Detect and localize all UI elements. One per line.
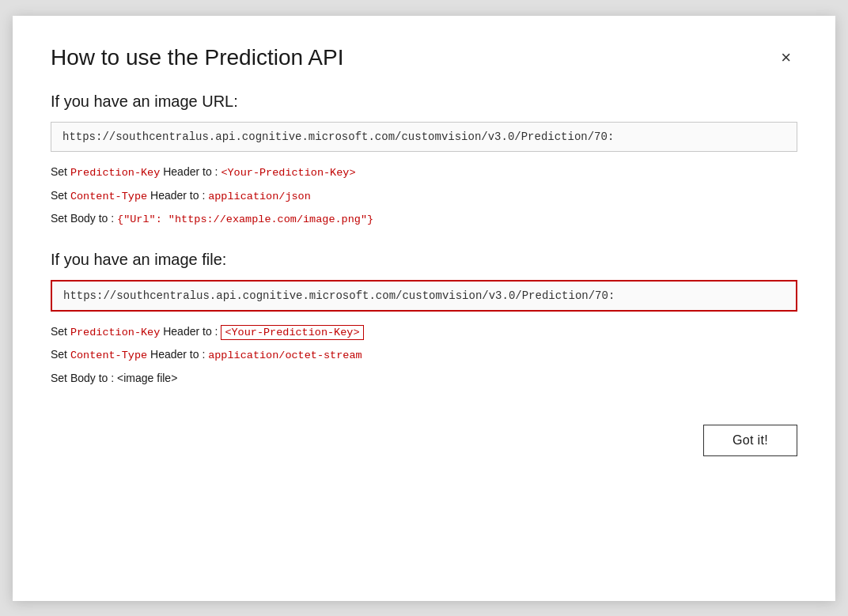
url-line3-value: {"Url": "https://example.com/image.png"} [117, 214, 373, 225]
file-line1-prefix: Set [51, 325, 70, 338]
url-line2-prefix: Set [51, 189, 70, 202]
url-line2-middle: Header to : [147, 189, 208, 202]
file-instruction-2: Set Content-Type Header to : application… [51, 346, 797, 365]
section-file: If you have an image file: https://south… [51, 251, 797, 387]
url-box-file: https://southcentralus.api.cognitive.mic… [51, 280, 797, 312]
file-line2-prefix: Set [51, 348, 70, 361]
url-line1-middle: Header to : [160, 165, 221, 178]
file-line3-prefix: Set Body to : <image file> [51, 372, 177, 384]
file-instruction-3: Set Body to : <image file> [51, 369, 797, 387]
file-line1-keyword: Prediction-Key [70, 327, 160, 338]
url-instruction-1: Set Prediction-Key Header to : <Your-Pre… [51, 163, 797, 182]
file-line2-value: application/octet-stream [208, 350, 362, 361]
url-line1-keyword: Prediction-Key [70, 167, 160, 179]
section-file-title: If you have an image file: [51, 251, 797, 269]
url-box-url: https://southcentralus.api.cognitive.mic… [51, 122, 797, 152]
prediction-api-dialog: How to use the Prediction API × If you h… [13, 16, 835, 601]
url-instruction-3: Set Body to : {"Url": "https://example.c… [51, 210, 797, 229]
url-line3-prefix: Set Body to : [51, 212, 117, 225]
section-url: If you have an image URL: https://southc… [51, 93, 797, 229]
file-line2-middle: Header to : [147, 348, 208, 361]
file-line2-keyword: Content-Type [70, 350, 147, 361]
dialog-footer: Got it! [51, 425, 797, 456]
section-url-title: If you have an image URL: [51, 93, 797, 111]
file-instruction-1: Set Prediction-Key Header to : <Your-Pre… [51, 323, 797, 342]
dialog-overlay: How to use the Prediction API × If you h… [0, 0, 848, 616]
url-instruction-2: Set Content-Type Header to : application… [51, 187, 797, 206]
url-line2-value: application/json [208, 191, 311, 202]
file-line1-value: <Your-Prediction-Key> [221, 325, 363, 340]
file-line1-middle: Header to : [160, 325, 221, 338]
url-line1-value: <Your-Prediction-Key> [221, 167, 355, 179]
dialog-title: How to use the Prediction API [51, 44, 343, 71]
url-line1-prefix: Set [51, 165, 70, 178]
got-it-button[interactable]: Got it! [703, 425, 797, 456]
dialog-header: How to use the Prediction API × [51, 44, 797, 71]
close-button[interactable]: × [774, 46, 797, 70]
url-line2-keyword: Content-Type [70, 191, 147, 202]
